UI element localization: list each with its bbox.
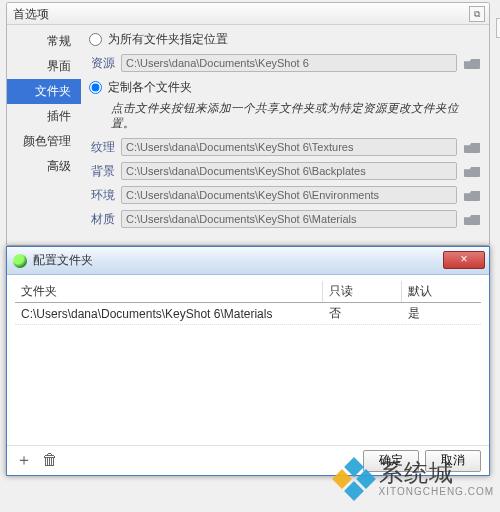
materials-path-field[interactable]: C:\Users\dana\Documents\KeyShot 6\Materi…: [121, 210, 457, 228]
radio-all-folders-label: 为所有文件夹指定位置: [108, 31, 228, 48]
dialog-app-icon: [13, 254, 27, 268]
preferences-title: 首选项: [13, 7, 49, 21]
adjacent-panel-edge: [496, 18, 500, 38]
sidebar-item-color-management[interactable]: 颜色管理: [7, 129, 81, 154]
folder-icon[interactable]: [463, 164, 481, 178]
ok-button[interactable]: 确定: [363, 450, 419, 472]
delete-folder-button[interactable]: 🗑: [41, 452, 59, 470]
column-header-readonly[interactable]: 只读: [323, 281, 402, 303]
column-header-folder[interactable]: 文件夹: [15, 281, 323, 303]
radio-all-folders[interactable]: [89, 33, 102, 46]
sidebar-item-label: 颜色管理: [23, 134, 71, 148]
source-path-field[interactable]: C:\Users\dana\Documents\KeyShot 6: [121, 54, 457, 72]
sidebar-item-plugins[interactable]: 插件: [7, 104, 81, 129]
cell-folder: C:\Users\dana\Documents\KeyShot 6\Materi…: [15, 303, 323, 325]
preferences-titlebar: 首选项 ⧉: [7, 3, 489, 25]
column-header-default[interactable]: 默认: [402, 281, 481, 303]
preferences-window: 首选项 ⧉ 常规 界面 文件夹 插件 颜色管理 高级 为所有文件夹指定位置 资源…: [6, 2, 490, 246]
folder-icon[interactable]: [463, 188, 481, 202]
sidebar-item-interface[interactable]: 界面: [7, 54, 81, 79]
folder-icon[interactable]: [463, 56, 481, 70]
preferences-sidebar: 常规 界面 文件夹 插件 颜色管理 高级: [7, 25, 81, 245]
radio-each-folder-label: 定制各个文件夹: [108, 79, 192, 96]
sidebar-item-label: 插件: [47, 109, 71, 123]
textures-label: 纹理: [87, 139, 115, 156]
preferences-collapse-button[interactable]: ⧉: [469, 6, 485, 22]
sidebar-item-label: 高级: [47, 159, 71, 173]
dialog-close-button[interactable]: ×: [443, 251, 485, 269]
folder-icon[interactable]: [463, 140, 481, 154]
sidebar-item-label: 常规: [47, 34, 71, 48]
sidebar-item-advanced[interactable]: 高级: [7, 154, 81, 179]
environments-label: 环境: [87, 187, 115, 204]
dialog-footer: ＋ 🗑 确定 取消: [7, 445, 489, 475]
environments-path-field[interactable]: C:\Users\dana\Documents\KeyShot 6\Enviro…: [121, 186, 457, 204]
watermark-text-en: XITONGCHENG.COM: [379, 487, 494, 497]
table-row[interactable]: C:\Users\dana\Documents\KeyShot 6\Materi…: [15, 303, 481, 325]
backplates-path-field[interactable]: C:\Users\dana\Documents\KeyShot 6\Backpl…: [121, 162, 457, 180]
ok-button-label: 确定: [379, 452, 403, 469]
add-folder-button[interactable]: ＋: [15, 452, 33, 470]
dialog-title: 配置文件夹: [33, 252, 93, 269]
backplates-label: 背景: [87, 163, 115, 180]
folders-table: 文件夹 只读 默认 C:\Users\dana\Documents\KeySho…: [15, 281, 481, 325]
configure-folders-dialog: 配置文件夹 × 文件夹 只读 默认 C:\Users\dana\Document…: [6, 246, 490, 476]
sidebar-item-label: 文件夹: [35, 84, 71, 98]
sidebar-item-label: 界面: [47, 59, 71, 73]
cancel-button-label: 取消: [441, 452, 465, 469]
textures-path-field[interactable]: C:\Users\dana\Documents\KeyShot 6\Textur…: [121, 138, 457, 156]
cancel-button[interactable]: 取消: [425, 450, 481, 472]
preferences-content: 为所有文件夹指定位置 资源 C:\Users\dana\Documents\Ke…: [81, 25, 489, 245]
cell-readonly: 否: [323, 303, 402, 325]
materials-label: 材质: [87, 211, 115, 228]
radio-each-folder[interactable]: [89, 81, 102, 94]
sidebar-item-general[interactable]: 常规: [7, 29, 81, 54]
dialog-titlebar[interactable]: 配置文件夹 ×: [7, 247, 489, 275]
cell-default: 是: [402, 303, 481, 325]
sidebar-item-folders[interactable]: 文件夹: [7, 79, 81, 104]
source-label: 资源: [87, 55, 115, 72]
hint-text: 点击文件夹按钮来添加一个共享文件夹或为特定资源更改文件夹位置。: [111, 101, 481, 131]
folder-icon[interactable]: [463, 212, 481, 226]
